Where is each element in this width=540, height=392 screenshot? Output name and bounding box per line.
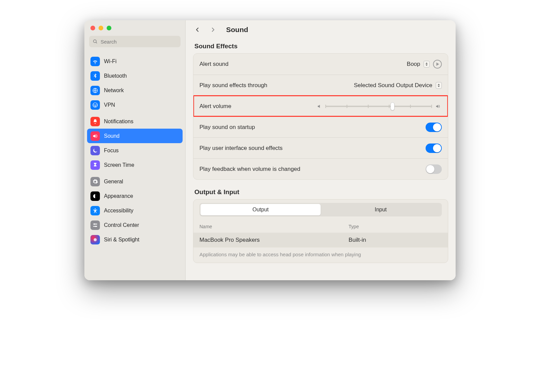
device-name: MacBook Pro Speakers (199, 237, 349, 243)
svg-point-0 (93, 40, 97, 43)
label-play-through: Play sound effects through (199, 82, 267, 89)
row-startup: Play sound on startup (193, 116, 448, 137)
bell-icon (90, 117, 100, 126)
row-alert-volume: Alert volume (193, 96, 448, 116)
sidebar-item-accessibility[interactable]: Accessibility (87, 203, 183, 218)
row-play-through: Play sound effects through Selected Soun… (193, 75, 448, 96)
sidebar-list: Wi-Fi Bluetooth Network VPN (84, 51, 185, 247)
device-type: Built-in (349, 237, 442, 243)
volume-low-icon (317, 104, 322, 109)
vpn-icon (90, 100, 100, 110)
sidebar-item-control-center[interactable]: Control Center (87, 218, 183, 232)
row-ui-sounds: Play user interface sound effects (193, 137, 448, 158)
label-alert-sound: Alert sound (199, 61, 228, 68)
sidebar-item-siri-spotlight[interactable]: Siri & Spotlight (87, 232, 183, 247)
svg-line-1 (96, 42, 97, 43)
label-startup: Play sound on startup (199, 124, 255, 131)
sliders-icon (90, 220, 100, 230)
settings-window: Wi-Fi Bluetooth Network VPN (84, 20, 456, 280)
alert-sound-dropdown[interactable]: Boop (407, 61, 420, 68)
sidebar-item-label: Sound (104, 133, 119, 139)
output-input-card: Output Input Name Type MacBook Pro Speak… (193, 199, 448, 263)
sidebar-item-label: Network (104, 87, 124, 94)
sidebar-item-label: Accessibility (104, 208, 133, 214)
sidebar-item-label: Siri & Spotlight (104, 237, 139, 243)
sidebar-item-sound[interactable]: Sound (87, 129, 183, 143)
sidebar: Wi-Fi Bluetooth Network VPN (84, 20, 186, 280)
sound-icon (90, 131, 100, 141)
page-title: Sound (226, 26, 248, 34)
sidebar-item-focus[interactable]: Focus (87, 143, 183, 158)
sidebar-item-label: Screen Time (104, 162, 134, 168)
sidebar-item-wifi[interactable]: Wi-Fi (87, 54, 183, 69)
forward-button[interactable] (209, 24, 217, 35)
search-input[interactable] (89, 36, 181, 47)
appearance-icon (90, 191, 100, 201)
label-alert-volume: Alert volume (199, 103, 231, 110)
sidebar-item-appearance[interactable]: Appearance (87, 189, 183, 203)
play-through-dropdown[interactable]: Selected Sound Output Device (354, 82, 432, 89)
section-title-sound-effects: Sound Effects (194, 43, 447, 50)
row-feedback: Play feedback when volume is changed (193, 158, 448, 179)
bluetooth-icon (90, 71, 100, 81)
search-icon (92, 39, 98, 44)
minimize-window-button[interactable] (99, 26, 103, 30)
row-alert-sound: Alert sound Boop (193, 54, 448, 75)
sidebar-item-vpn[interactable]: VPN (87, 98, 183, 112)
svg-rect-4 (95, 106, 96, 107)
label-feedback: Play feedback when volume is changed (199, 166, 300, 173)
label-ui-sounds: Play user interface sound effects (199, 145, 282, 152)
svg-point-11 (94, 238, 97, 241)
sidebar-item-label: General (104, 179, 123, 185)
wifi-icon (90, 57, 100, 66)
sidebar-item-label: Wi-Fi (104, 58, 116, 64)
back-button[interactable] (193, 24, 202, 35)
stepper-icon[interactable] (424, 61, 430, 68)
sidebar-item-label: Bluetooth (104, 73, 127, 79)
close-window-button[interactable] (90, 26, 95, 30)
moon-icon (90, 146, 100, 155)
output-input-segmented-control: Output Input (199, 203, 442, 216)
sidebar-item-bluetooth[interactable]: Bluetooth (87, 69, 183, 83)
column-type: Type (349, 224, 442, 229)
search-field-wrap (89, 36, 181, 47)
hourglass-icon (90, 160, 100, 170)
toggle-play-sound-on-startup[interactable] (426, 123, 442, 132)
sound-effects-card: Alert sound Boop Play sound effects thro… (193, 53, 448, 180)
accessibility-icon (90, 206, 100, 215)
play-alert-sound-button[interactable] (433, 60, 442, 69)
sidebar-item-label: Control Center (104, 222, 139, 228)
fullscreen-window-button[interactable] (107, 26, 111, 30)
window-controls (84, 20, 185, 34)
device-row[interactable]: MacBook Pro Speakers Built-in (193, 233, 448, 247)
svg-point-10 (95, 226, 97, 227)
sidebar-item-network[interactable]: Network (87, 83, 183, 98)
tab-input[interactable]: Input (321, 204, 441, 215)
sidebar-item-notifications[interactable]: Notifications (87, 114, 183, 129)
sidebar-item-label: VPN (104, 102, 115, 108)
device-hint-text: Applications may be able to access head … (193, 247, 448, 263)
device-table-header: Name Type (193, 220, 448, 233)
sidebar-item-label: Focus (104, 148, 119, 154)
volume-high-icon (435, 104, 442, 109)
svg-point-6 (95, 208, 96, 209)
topbar: Sound (186, 20, 456, 39)
alert-volume-slider[interactable] (326, 102, 432, 110)
svg-rect-7 (93, 224, 97, 224)
sidebar-item-general[interactable]: General (87, 174, 183, 189)
svg-rect-8 (93, 226, 97, 227)
gear-icon (90, 177, 100, 186)
svg-point-9 (94, 223, 95, 225)
siri-icon (90, 235, 100, 244)
sidebar-item-screen-time[interactable]: Screen Time (87, 158, 183, 172)
column-name: Name (199, 224, 349, 229)
main-panel: Sound Sound Effects Alert sound Boop Pla… (186, 20, 456, 280)
section-title-output-input: Output & Input (194, 188, 447, 196)
sidebar-item-label: Notifications (104, 119, 133, 125)
toggle-ui-sound-effects[interactable] (426, 143, 442, 153)
toggle-volume-feedback[interactable] (426, 164, 442, 174)
globe-icon (90, 86, 100, 95)
tab-output[interactable]: Output (200, 204, 321, 215)
sidebar-item-label: Appearance (104, 193, 133, 199)
stepper-icon[interactable] (436, 82, 442, 89)
